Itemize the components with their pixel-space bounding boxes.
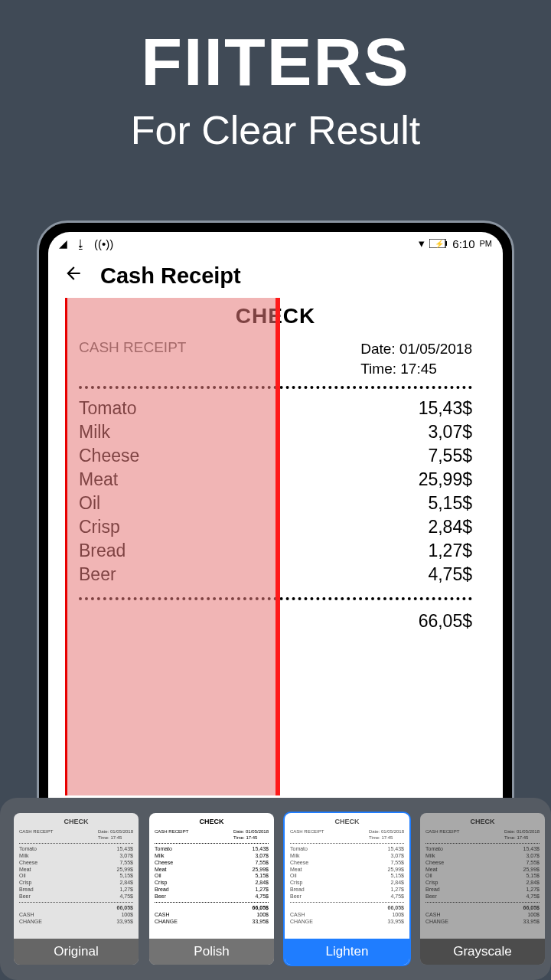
promo-title: FIITERS <box>0 23 551 101</box>
item-price: 1,27$ <box>428 541 472 561</box>
filter-label: Original <box>14 939 139 965</box>
item-name: Crisp <box>79 517 120 537</box>
item-price: 7,55$ <box>428 446 472 466</box>
item-name: Milk <box>79 422 110 443</box>
back-arrow-icon[interactable] <box>64 263 83 289</box>
cellular-icon: ◢ <box>59 237 67 250</box>
receipt-date: Date: 01/05/2018 <box>360 339 472 359</box>
filter-option-original[interactable]: CHECK CASH RECEIPTDate: 01/05/2018Time: … <box>14 813 139 965</box>
receipt-item-row: Cheese7,55$ <box>79 444 472 468</box>
item-name: Tomato <box>79 398 136 419</box>
receipt-total: 66,05$ <box>79 611 472 632</box>
receipt-preview[interactable]: CHECK CASH RECEIPT Date: 01/05/2018 Time… <box>65 298 486 795</box>
filter-label: Grayscale <box>420 939 545 965</box>
receipt-title: CHECK <box>79 304 472 328</box>
item-name: Beer <box>79 564 116 585</box>
filter-option-grayscale[interactable]: CHECK CASH RECEIPTDate: 01/05/2018Time: … <box>420 813 545 965</box>
receipt-item-row: Milk3,07$ <box>79 420 472 444</box>
item-price: 5,15$ <box>428 493 472 514</box>
download-icon: ⭳ <box>75 237 86 250</box>
item-price: 25,99$ <box>419 469 472 490</box>
filter-tray: CHECK CASH RECEIPTDate: 01/05/2018Time: … <box>0 798 551 980</box>
item-price: 4,75$ <box>428 564 472 585</box>
receipt-item-row: Bread1,27$ <box>79 539 472 563</box>
status-ampm: PM <box>480 239 493 248</box>
receipt-time: Time: 17:45 <box>360 359 472 379</box>
filter-option-lighten[interactable]: CHECK CASH RECEIPTDate: 01/05/2018Time: … <box>285 813 409 965</box>
promo-subtitle: For Clear Result <box>0 107 551 153</box>
item-name: Meat <box>79 469 118 490</box>
filter-label: Lighten <box>285 939 409 965</box>
divider <box>79 597 472 600</box>
item-name: Oil <box>79 493 100 514</box>
status-time: 6:10 <box>452 237 474 250</box>
receipt-item-row: Meat25,99$ <box>79 468 472 492</box>
svg-rect-1 <box>445 241 447 246</box>
receipt-item-row: Oil5,15$ <box>79 492 472 515</box>
broadcast-icon: ((•)) <box>94 237 113 250</box>
filter-option-polish[interactable]: CHECK CASH RECEIPTDate: 01/05/2018Time: … <box>149 813 274 965</box>
item-name: Cheese <box>79 446 139 466</box>
wifi-icon: ▾ <box>419 237 425 250</box>
item-price: 3,07$ <box>428 422 472 443</box>
divider <box>79 386 472 389</box>
receipt-subtitle: CASH RECEIPT <box>79 339 186 378</box>
page-title: Cash Receipt <box>100 263 241 289</box>
app-header: Cash Receipt <box>48 252 503 298</box>
filter-label: Polish <box>149 939 274 965</box>
receipt-item-row: Crisp2,84$ <box>79 515 472 539</box>
receipt-item-row: Beer4,75$ <box>79 563 472 586</box>
item-name: Bread <box>79 541 126 561</box>
receipt-item-row: Tomato15,43$ <box>79 397 472 420</box>
item-price: 2,84$ <box>428 517 472 537</box>
battery-icon: ⚡ <box>429 237 448 250</box>
svg-text:⚡: ⚡ <box>435 239 445 248</box>
status-bar: ◢ ⭳ ((•)) ▾ ⚡ 6:10 PM <box>48 232 503 252</box>
item-price: 15,43$ <box>419 398 472 419</box>
